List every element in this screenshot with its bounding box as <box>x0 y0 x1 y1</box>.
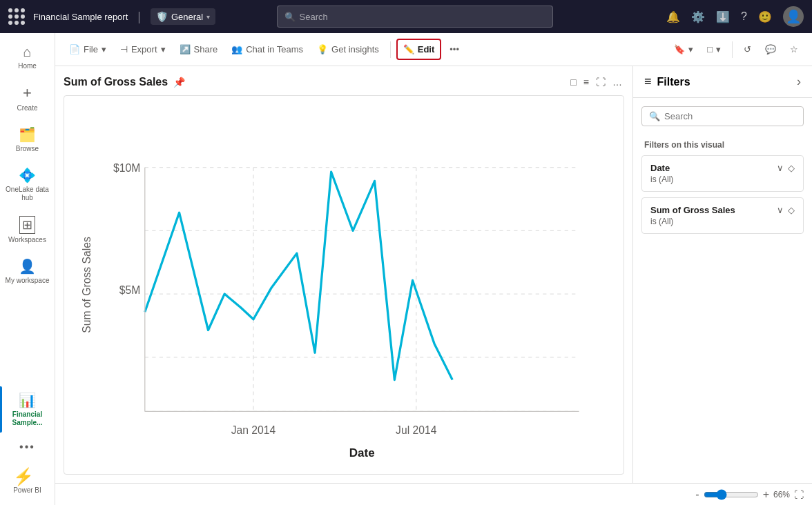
sidebar-item-browse[interactable]: 🗂️ Browse <box>3 121 52 159</box>
myworkspace-icon: 👤 <box>19 258 36 275</box>
sidebar-more[interactable]: ••• <box>3 435 52 459</box>
share-button[interactable]: ↗️ Share <box>174 40 224 59</box>
export-label: Export <box>131 44 157 55</box>
zoom-controls: - + 66% ⛶ <box>695 488 804 501</box>
filters-search[interactable]: 🔍 <box>641 106 804 126</box>
bookmark-chevron: ▾ <box>688 44 693 55</box>
avatar-icon: 👤 <box>786 9 801 24</box>
comment-icon: 💬 <box>765 44 776 55</box>
powerbi-logo: ⚡ <box>13 467 34 486</box>
financial-icon: 📊 <box>19 392 36 408</box>
toolbar: 📄 File ▾ ⊣ Export ▾ ↗️ Share 👥 Chat in T… <box>55 33 812 66</box>
bookmark-icon: 🔖 <box>674 44 685 55</box>
chart-title: Sum of Gross Sales <box>64 76 168 88</box>
filters-title-text: Filters <box>657 76 690 88</box>
settings-icon[interactable]: ⚙️ <box>691 10 705 23</box>
svg-text:$10M: $10M <box>113 162 140 174</box>
feedback-icon[interactable]: 🙂 <box>758 10 772 23</box>
notification-icon[interactable]: 🔔 <box>666 10 680 23</box>
file-button[interactable]: 📄 File ▾ <box>64 40 112 59</box>
filter-search-input[interactable] <box>664 111 796 121</box>
avatar[interactable]: 👤 <box>783 6 804 27</box>
sidebar-item-myworkspace[interactable]: 👤 My workspace <box>3 253 52 290</box>
shield-icon: 🛡️ <box>156 11 168 22</box>
filter-date-clear-icon[interactable]: ◇ <box>788 163 795 173</box>
insights-label: Get insights <box>331 44 379 55</box>
zoom-in-button[interactable]: + <box>763 488 769 501</box>
view-icon: □ <box>707 44 713 55</box>
pin-icon[interactable]: 📌 <box>173 77 185 88</box>
create-icon: + <box>23 84 32 102</box>
zoom-slider[interactable] <box>704 489 759 500</box>
filter-grosssales-chevron[interactable]: ∨ <box>777 205 784 215</box>
edit-button[interactable]: ✏️ Edit <box>396 39 442 60</box>
global-search[interactable]: 🔍 <box>277 6 553 28</box>
chart-more-icon[interactable]: … <box>610 75 624 90</box>
filter-grosssales-header: Sum of Gross Sales ∨ ◇ <box>650 205 795 215</box>
fit-screen-icon[interactable]: ⛶ <box>794 489 804 500</box>
filter-date-chevron[interactable]: ∨ <box>777 163 784 173</box>
filter-card-grosssales: Sum of Gross Sales ∨ ◇ is (All) <box>641 197 804 234</box>
chevron-down-icon: ▾ <box>206 13 210 21</box>
comment-button[interactable]: 💬 <box>760 40 782 59</box>
filters-title: ≡ Filters <box>644 75 690 89</box>
filter-card-date: Date ∨ ◇ is (All) <box>641 155 804 192</box>
apps-grid-icon[interactable] <box>8 8 25 25</box>
zoom-out-button[interactable]: - <box>695 488 699 501</box>
bookmark-button[interactable]: 🔖 ▾ <box>668 40 699 59</box>
filter-card-date-header: Date ∨ ◇ <box>650 163 795 173</box>
chat-in-teams-button[interactable]: 👥 Chat in Teams <box>226 40 309 59</box>
filters-header: ≡ Filters › <box>633 66 812 98</box>
focus-icon[interactable]: □ <box>568 75 578 90</box>
more-icon: ••• <box>450 44 459 55</box>
svg-text:Sum of Gross Sales: Sum of Gross Sales <box>81 237 93 333</box>
chart-controls: □ ≡ ⛶ … <box>568 75 624 90</box>
format-icon[interactable]: ≡ <box>581 75 591 90</box>
export-button[interactable]: ⊣ Export ▾ <box>115 40 171 59</box>
filter-date-actions: ∨ ◇ <box>777 163 795 173</box>
file-label: File <box>84 44 98 55</box>
chart-svg: Sum of Gross Sales $10M $5M <box>72 104 615 466</box>
top-navbar: Financial Sample report | 🛡️ General ▾ 🔍… <box>0 0 812 33</box>
filter-section-title: Filters on this visual <box>633 135 812 152</box>
sidebar-workspaces-label: Workspaces <box>8 236 46 244</box>
workspace-badge[interactable]: 🛡️ General ▾ <box>151 8 215 25</box>
content-area: 📄 File ▾ ⊣ Export ▾ ↗️ Share 👥 Chat in T… <box>55 33 812 505</box>
refresh-button[interactable]: ↺ <box>738 40 757 59</box>
sidebar-item-home[interactable]: ⌂ Home <box>3 39 52 76</box>
search-icon: 🔍 <box>284 12 296 22</box>
more-icon: ••• <box>19 441 35 453</box>
sidebar-item-workspaces[interactable]: ⊞ Workspaces <box>3 210 52 250</box>
chart-container: Sum of Gross Sales $10M $5M <box>64 95 624 475</box>
workspaces-icon: ⊞ <box>19 216 35 234</box>
edit-icon: ✏️ <box>403 44 414 55</box>
filter-grosssales-value: is (All) <box>650 217 795 226</box>
filters-expand-icon[interactable]: › <box>797 75 801 89</box>
insights-icon: 💡 <box>317 44 328 55</box>
nav-icons-group: 🔔 ⚙️ ⬇️ ? 🙂 👤 <box>666 6 804 27</box>
filters-panel: ≡ Filters › 🔍 Filters on this visual Dat… <box>632 66 812 483</box>
main-layout: ⌂ Home + Create 🗂️ Browse 💠 OneLake data… <box>0 33 812 505</box>
view-button[interactable]: □ ▾ <box>702 40 726 59</box>
search-input[interactable] <box>300 12 545 22</box>
export-chevron-icon: ▾ <box>161 44 166 55</box>
svg-text:Date: Date <box>349 446 375 459</box>
powerbi-label: Power BI <box>13 486 41 494</box>
refresh-icon: ↺ <box>744 44 751 55</box>
help-icon[interactable]: ? <box>741 10 747 23</box>
star-icon: ☆ <box>790 44 798 55</box>
more-button[interactable]: ••• <box>444 40 465 59</box>
sidebar-item-financial[interactable]: 📊 Financial Sample... <box>3 386 52 433</box>
sidebar-item-create[interactable]: + Create <box>3 79 52 118</box>
favorite-button[interactable]: ☆ <box>784 40 804 59</box>
chart-area: Sum of Gross Sales 📌 □ ≡ ⛶ … Sum of Gros… <box>55 66 632 483</box>
download-icon[interactable]: ⬇️ <box>716 10 730 23</box>
sidebar-item-onelake[interactable]: 💠 OneLake data hub <box>3 161 52 208</box>
filter-grosssales-clear-icon[interactable]: ◇ <box>788 205 795 215</box>
share-icon: ↗️ <box>180 44 191 55</box>
get-insights-button[interactable]: 💡 Get insights <box>311 40 385 59</box>
view-chevron: ▾ <box>716 44 721 55</box>
expand-icon[interactable]: ⛶ <box>594 75 608 90</box>
sidebar-browse-label: Browse <box>16 145 39 153</box>
sidebar-financial-label: Financial Sample... <box>6 410 50 427</box>
